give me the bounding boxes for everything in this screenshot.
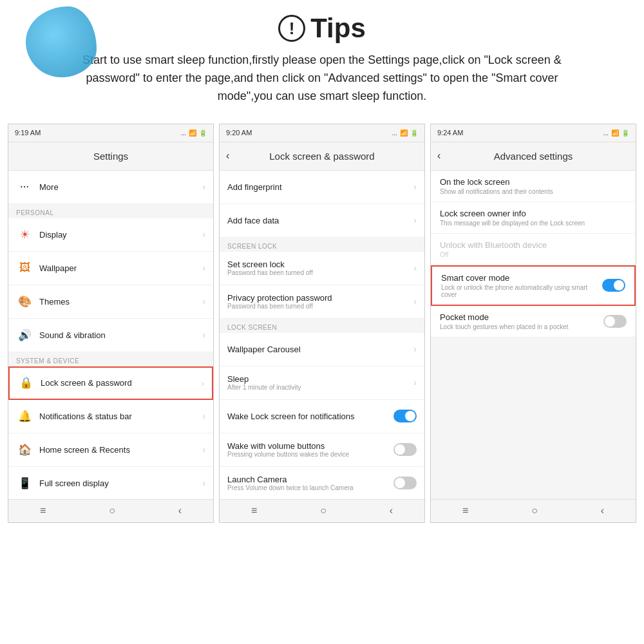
screen3-content: On the lock screen Show all notification… — [431, 171, 636, 499]
bottom-nav-2: ≡ ○ ‹ — [220, 499, 424, 522]
more-icon: ··· — [16, 178, 33, 195]
screen1-title: Settings — [93, 151, 128, 162]
back-arrow-2[interactable]: ‹ — [226, 150, 229, 162]
status-bar-3: 9:24 AM ... 📶 🔋 — [431, 124, 636, 142]
home-icon-1[interactable]: ○ — [109, 505, 115, 516]
privacy-protection-password[interactable]: Privacy protection password Password has… — [220, 285, 424, 319]
lockscreen-section: LOCK SCREEN — [220, 319, 424, 333]
bottom-nav-1: ≡ ○ ‹ — [8, 499, 213, 522]
pocket-mode-toggle[interactable] — [603, 315, 627, 328]
home-icon-2[interactable]: ○ — [320, 505, 327, 516]
launch-camera[interactable]: Launch Camera Press Volume down twice to… — [220, 467, 424, 499]
settings-item-more[interactable]: ··· More › — [8, 171, 213, 204]
settings-item-fullscreen[interactable]: 📱 Full screen display › — [8, 467, 213, 499]
nav-header-3: ‹ Advanced settings — [431, 142, 636, 171]
wake-volume-toggle[interactable] — [393, 443, 417, 456]
screen3-title: Advanced settings — [494, 151, 573, 162]
settings-item-wallpaper[interactable]: 🖼 Wallpaper › — [8, 252, 213, 285]
status-icons-2: ... 📶 🔋 — [392, 129, 418, 137]
settings-item-homescreen[interactable]: 🏠 Home screen & Recents › — [8, 433, 213, 467]
screen3-advanced: 9:24 AM ... 📶 🔋 ‹ Advanced settings On t… — [430, 124, 636, 523]
menu-icon-2[interactable]: ≡ — [251, 505, 257, 516]
menu-icon-3[interactable]: ≡ — [462, 505, 468, 516]
settings-item-sound[interactable]: 🔊 Sound & vibration › — [8, 319, 213, 352]
time-2: 9:20 AM — [226, 129, 252, 137]
screen1-content: ··· More › PERSONAL ☀ Display › 🖼 Wallpa… — [8, 171, 213, 499]
launch-camera-toggle[interactable] — [393, 477, 417, 489]
status-bar-1: 9:19 AM ... 📶 🔋 — [8, 124, 213, 142]
menu-icon-1[interactable]: ≡ — [40, 505, 46, 516]
home-icon-3[interactable]: ○ — [531, 505, 538, 516]
sleep-setting[interactable]: Sleep After 1 minute of inactivity › — [220, 366, 424, 400]
settings-item-display[interactable]: ☀ Display › — [8, 218, 213, 252]
pocket-mode[interactable]: Pocket mode Lock touch gestures when pla… — [431, 306, 636, 337]
settings-item-lockscreen[interactable]: 🔒 Lock screen & password › — [8, 366, 213, 400]
status-icons-1: ... 📶 🔋 — [181, 129, 207, 137]
back-icon-1[interactable]: ‹ — [178, 505, 182, 516]
nav-header-2: ‹ Lock screen & password — [220, 142, 424, 171]
time-3: 9:24 AM — [437, 129, 463, 137]
wallpaper-carousel[interactable]: Wallpaper Carousel › — [220, 333, 424, 366]
chevron-more: › — [202, 182, 205, 192]
tips-title: ! Tips — [39, 13, 605, 44]
screenlock-section: SCREEN LOCK — [220, 238, 424, 252]
add-face-data[interactable]: Add face data › — [220, 204, 424, 238]
screen1-settings: 9:19 AM ... 📶 🔋 Settings ··· More › PERS… — [8, 124, 214, 523]
more-label: More — [39, 182, 202, 192]
screen2-lockscreen: 9:20 AM ... 📶 🔋 ‹ Lock screen & password… — [219, 124, 425, 523]
unlock-bluetooth: Unlock with Bluetooth device Off — [431, 234, 636, 265]
smart-cover-toggle[interactable] — [602, 279, 625, 292]
settings-item-notifications[interactable]: 🔔 Notifications & status bar › — [8, 400, 213, 433]
lock-screen-owner-info[interactable]: Lock screen owner info This message will… — [431, 202, 636, 234]
personal-section: PERSONAL — [8, 204, 213, 218]
tips-icon: ! — [278, 15, 305, 42]
screens-row: 9:19 AM ... 📶 🔋 Settings ··· More › PERS… — [0, 112, 644, 523]
screen2-content: Add fingerprint › Add face data › SCREEN… — [220, 171, 424, 499]
add-fingerprint[interactable]: Add fingerprint › — [220, 171, 424, 204]
blob-decoration — [26, 6, 97, 77]
nav-header-1: Settings — [8, 142, 213, 171]
status-bar-2: 9:20 AM ... 📶 🔋 — [220, 124, 424, 142]
system-section: SYSTEM & DEVICE — [8, 352, 213, 366]
screen2-title: Lock screen & password — [269, 151, 374, 162]
wake-volume-buttons[interactable]: Wake with volume buttons Pressing volume… — [220, 433, 424, 467]
bottom-nav-3: ≡ ○ ‹ — [431, 499, 636, 522]
back-icon-2[interactable]: ‹ — [390, 505, 393, 516]
on-lock-screen[interactable]: On the lock screen Show all notification… — [431, 171, 636, 202]
set-screen-lock[interactable]: Set screen lock Password has been turned… — [220, 252, 424, 285]
back-arrow-3[interactable]: ‹ — [437, 150, 440, 162]
status-icons-3: ... 📶 🔋 — [603, 129, 629, 137]
back-icon-3[interactable]: ‹ — [601, 505, 604, 516]
smart-cover-mode[interactable]: Smart cover mode Lock or unlock the phon… — [431, 265, 636, 306]
settings-item-themes[interactable]: 🎨 Themes › — [8, 285, 213, 319]
time-1: 9:19 AM — [15, 129, 41, 137]
top-section: ! Tips Start to use smart sleep function… — [0, 0, 644, 112]
tips-description: Start to use smart sleep function,firstl… — [58, 52, 586, 106]
wake-lock-toggle[interactable] — [393, 410, 417, 422]
wake-lock-notifications[interactable]: Wake Lock screen for notifications — [220, 400, 424, 433]
